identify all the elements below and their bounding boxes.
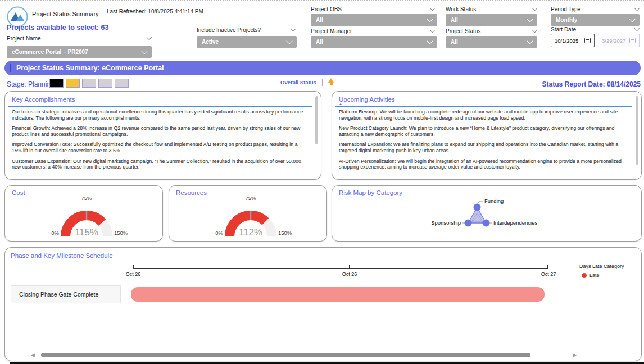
gauge-min-label: 0%	[38, 230, 59, 236]
chevron-down-icon	[427, 38, 433, 44]
stage-box	[66, 79, 80, 88]
chevron-down-icon	[427, 16, 433, 22]
radar-point-interdependencies[interactable]	[483, 220, 490, 227]
axis-tick	[547, 265, 548, 269]
banner-title: Project Status Summary: eCommerce Portal	[16, 64, 164, 72]
work-status-dropdown[interactable]: All	[446, 14, 537, 26]
calendar-icon[interactable]	[584, 38, 591, 43]
project-name-dropdown[interactable]: eCommerce Portal – PR2007	[7, 46, 152, 58]
paragraph: Platform Revamp: We will be launching a …	[339, 109, 625, 121]
start-date-from-input[interactable]: 10/1/2025	[551, 34, 595, 47]
gauge-value: 115%	[75, 227, 98, 238]
horizontal-scrollbar-thumb[interactable]	[41, 353, 530, 357]
stage-box	[82, 79, 96, 88]
axis-tick	[133, 265, 134, 269]
legend-title: Days Late Category	[579, 263, 624, 269]
axis-tick-label: Oct 26	[121, 271, 145, 277]
overall-status-label: Overall Status	[280, 79, 316, 85]
project-status-label: Project Status	[446, 28, 480, 34]
legend-item-late[interactable]: Late	[582, 272, 600, 278]
project-manager-label: Project Manager	[311, 28, 352, 34]
project-obs-label: Project OBS	[311, 6, 342, 12]
report-canvas: Project Status Summary Last Refreshed: 1…	[0, 0, 644, 364]
key-accomplishments-title: Key Accomplishments	[12, 96, 75, 103]
start-date-to-input[interactable]: 3/29/2027	[598, 34, 640, 47]
project-name-value: eCommerce Portal – PR2007	[12, 49, 88, 55]
project-manager-value: All	[316, 39, 323, 45]
schedule-row-label[interactable]: Closing Phase Gate Complete	[11, 285, 121, 303]
project-obs-dropdown[interactable]: All	[311, 14, 437, 26]
cost-title: Cost	[12, 189, 25, 196]
project-status-caret-icon[interactable]	[532, 28, 538, 33]
projects-available-count: Projects available to select: 63	[7, 24, 108, 31]
project-name-caret-icon[interactable]	[147, 35, 152, 40]
schedule-row-label-text: Closing Phase Gate Complete	[19, 291, 98, 298]
report-banner: Project Status Summary: eCommerce Portal	[4, 61, 641, 75]
banner-accent-bar	[10, 64, 11, 72]
paragraph: Improved Conversion Rate: Successfully o…	[12, 142, 305, 153]
start-date-from-value: 10/1/2025	[555, 38, 578, 44]
axis-tick-label: Oct 27	[537, 271, 560, 277]
include-inactive-label: Include Inactive Projects?	[197, 27, 261, 33]
include-inactive-caret-icon[interactable]	[291, 26, 296, 32]
gauge-mid-label: 75%	[239, 195, 262, 201]
gridline	[11, 304, 572, 304]
project-name-label: Project Name	[7, 35, 41, 42]
chevron-down-icon	[286, 38, 292, 44]
work-status-caret-icon[interactable]	[532, 6, 538, 11]
risk-radar-chart: Funding Sponsorship Interdependencies	[394, 197, 563, 238]
stage-box	[115, 79, 129, 88]
vertical-scrollbar[interactable]	[315, 96, 318, 144]
gauge-min-label: 0%	[202, 230, 223, 236]
axis-tick-label: Oct 26	[338, 271, 361, 277]
upcoming-activities-text: Platform Revamp: We will be launching a …	[339, 109, 625, 175]
start-date-to-value: 3/29/2027	[602, 38, 625, 44]
period-type-caret-icon[interactable]	[634, 6, 640, 11]
gauge-max-label: 150%	[114, 230, 128, 236]
resources-gauge-panel: Resources 75% 112% 0% 150%	[169, 185, 327, 242]
upcoming-activities-panel: Upcoming Activities ▲ Platform Revamp: W…	[332, 91, 642, 180]
paragraph: Customer Base Expansion: Our new digital…	[12, 158, 305, 170]
chevron-down-icon	[141, 48, 147, 54]
overall-status-up-arrow-icon	[328, 78, 334, 85]
key-accomplishments-text: Our focus on strategic initiatives and o…	[12, 109, 305, 175]
period-type-dropdown[interactable]: Monthly	[551, 14, 640, 26]
upcoming-activities-title: Upcoming Activities	[339, 96, 395, 103]
scroll-left-arrow-icon[interactable]: ◀	[31, 353, 35, 357]
legend-dot-icon	[582, 273, 587, 278]
project-status-value: All	[451, 39, 458, 45]
project-status-dropdown[interactable]: All	[446, 36, 537, 48]
scroll-right-arrow-icon[interactable]: ▶	[573, 353, 577, 357]
resources-title: Resources	[176, 189, 207, 196]
schedule-panel: Phase and Key Milestone Schedule Days La…	[4, 247, 642, 361]
stage-box	[49, 79, 64, 88]
chevron-down-icon	[629, 16, 635, 22]
bottom-edge-bar	[10, 362, 644, 364]
work-status-label: Work Status	[446, 6, 476, 12]
start-date-caret-icon[interactable]	[634, 26, 640, 31]
vertical-scrollbar[interactable]	[636, 96, 638, 165]
gantt-bar-late[interactable]	[131, 287, 545, 302]
paragraph: International Expansion: We are finalizi…	[339, 142, 625, 153]
include-inactive-value: Active	[202, 39, 219, 45]
time-axis	[133, 268, 548, 269]
axis-tick	[349, 265, 350, 269]
title-divider	[8, 106, 312, 107]
project-manager-caret-icon[interactable]	[430, 28, 436, 33]
gauge-max-label: 150%	[278, 230, 292, 236]
include-inactive-dropdown[interactable]: Active	[197, 36, 297, 48]
radar-point-funding[interactable]	[474, 204, 481, 211]
risk-map-title: Risk Map by Category	[339, 189, 402, 196]
paragraph: AI-Driven Personalization: We will begin…	[339, 158, 625, 170]
paragraph: New Product Category Launch: We plan to …	[339, 125, 625, 137]
stage-label: Stage: Planning	[7, 80, 55, 88]
status-report-date: Status Report Date: 08/14/2025	[542, 80, 641, 88]
project-manager-dropdown[interactable]: All	[311, 36, 437, 48]
radar-point-sponsorship[interactable]	[465, 220, 472, 227]
key-accomplishments-panel: Key Accomplishments Our focus on strateg…	[4, 91, 321, 180]
start-date-label: Start Date	[551, 26, 576, 33]
gauge-value: 112%	[239, 227, 262, 238]
radar-label-funding: Funding	[484, 198, 504, 204]
project-obs-caret-icon[interactable]	[430, 6, 436, 11]
period-type-value: Monthly	[556, 17, 577, 23]
